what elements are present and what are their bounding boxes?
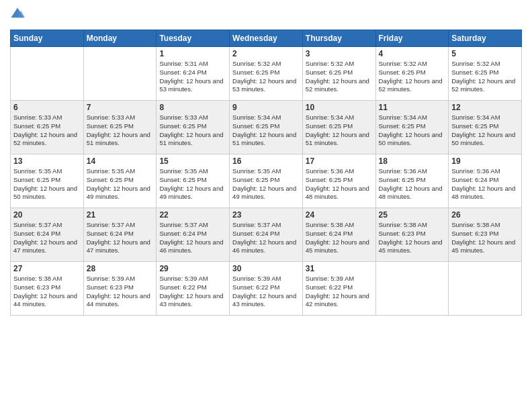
- calendar-cell: 8Sunrise: 5:33 AMSunset: 6:25 PMDaylight…: [157, 101, 230, 154]
- calendar-cell: 24Sunrise: 5:38 AMSunset: 6:24 PMDayligh…: [302, 208, 375, 262]
- calendar-cell: [449, 262, 522, 316]
- day-info: Sunrise: 5:36 AMSunset: 6:24 PMDaylight:…: [451, 167, 519, 201]
- day-info: Sunrise: 5:35 AMSunset: 6:25 PMDaylight:…: [87, 167, 154, 201]
- day-number: 31: [306, 264, 373, 273]
- day-info: Sunrise: 5:38 AMSunset: 6:23 PMDaylight:…: [13, 275, 81, 309]
- day-number: 5: [451, 49, 519, 58]
- day-number: 23: [232, 210, 300, 220]
- calendar-cell: 4Sunrise: 5:32 AMSunset: 6:25 PMDaylight…: [375, 47, 449, 101]
- day-info: Sunrise: 5:31 AMSunset: 6:24 PMDaylight:…: [159, 60, 226, 94]
- logo: [10, 7, 28, 24]
- day-info: Sunrise: 5:32 AMSunset: 6:25 PMDaylight:…: [232, 60, 300, 94]
- calendar-header-row: SundayMondayTuesdayWednesdayThursdayFrid…: [11, 30, 522, 47]
- calendar-cell: 27Sunrise: 5:38 AMSunset: 6:23 PMDayligh…: [11, 262, 84, 316]
- day-info: Sunrise: 5:37 AMSunset: 6:24 PMDaylight:…: [87, 221, 154, 255]
- day-header-wednesday: Wednesday: [230, 30, 303, 47]
- day-number: 3: [306, 49, 373, 58]
- day-number: 6: [13, 103, 81, 112]
- day-number: 1: [159, 49, 226, 58]
- day-number: 13: [13, 156, 81, 166]
- day-info: Sunrise: 5:33 AMSunset: 6:25 PMDaylight:…: [159, 113, 226, 148]
- day-info: Sunrise: 5:37 AMSunset: 6:24 PMDaylight:…: [13, 221, 81, 255]
- calendar-cell: 7Sunrise: 5:33 AMSunset: 6:25 PMDaylight…: [83, 101, 157, 154]
- day-info: Sunrise: 5:33 AMSunset: 6:25 PMDaylight:…: [13, 113, 81, 148]
- day-info: Sunrise: 5:38 AMSunset: 6:23 PMDaylight:…: [451, 221, 519, 255]
- day-number: 17: [306, 156, 373, 166]
- day-header-friday: Friday: [375, 30, 449, 47]
- calendar-cell: 18Sunrise: 5:36 AMSunset: 6:25 PMDayligh…: [375, 154, 449, 208]
- day-info: Sunrise: 5:35 AMSunset: 6:25 PMDaylight:…: [159, 167, 226, 201]
- day-number: 9: [232, 103, 300, 112]
- calendar-cell: 23Sunrise: 5:37 AMSunset: 6:24 PMDayligh…: [230, 208, 303, 262]
- day-number: 30: [232, 264, 300, 273]
- day-info: Sunrise: 5:39 AMSunset: 6:22 PMDaylight:…: [232, 275, 300, 309]
- day-number: 21: [87, 210, 154, 220]
- day-info: Sunrise: 5:34 AMSunset: 6:25 PMDaylight:…: [232, 113, 300, 148]
- calendar-cell: 29Sunrise: 5:39 AMSunset: 6:22 PMDayligh…: [157, 262, 230, 316]
- calendar-week-row: 27Sunrise: 5:38 AMSunset: 6:23 PMDayligh…: [11, 262, 522, 316]
- day-header-sunday: Sunday: [11, 30, 84, 47]
- calendar-week-row: 6Sunrise: 5:33 AMSunset: 6:25 PMDaylight…: [11, 101, 522, 154]
- day-info: Sunrise: 5:36 AMSunset: 6:25 PMDaylight:…: [306, 167, 373, 201]
- day-info: Sunrise: 5:34 AMSunset: 6:25 PMDaylight:…: [379, 113, 446, 148]
- day-number: 28: [87, 264, 154, 273]
- day-number: 24: [306, 210, 373, 220]
- day-number: 7: [87, 103, 154, 112]
- day-header-saturday: Saturday: [449, 30, 522, 47]
- day-info: Sunrise: 5:32 AMSunset: 6:25 PMDaylight:…: [306, 60, 373, 94]
- day-number: 29: [159, 264, 226, 273]
- calendar-cell: 11Sunrise: 5:34 AMSunset: 6:25 PMDayligh…: [375, 101, 449, 154]
- calendar-cell: 21Sunrise: 5:37 AMSunset: 6:24 PMDayligh…: [83, 208, 157, 262]
- day-number: 25: [379, 210, 446, 220]
- day-info: Sunrise: 5:32 AMSunset: 6:25 PMDaylight:…: [379, 60, 446, 94]
- calendar-cell: [83, 47, 157, 101]
- day-number: 12: [451, 103, 519, 112]
- calendar-cell: 5Sunrise: 5:32 AMSunset: 6:25 PMDaylight…: [449, 47, 522, 101]
- calendar-cell: 16Sunrise: 5:35 AMSunset: 6:25 PMDayligh…: [230, 154, 303, 208]
- day-number: 10: [306, 103, 373, 112]
- day-number: 19: [451, 156, 519, 166]
- calendar-cell: 25Sunrise: 5:38 AMSunset: 6:23 PMDayligh…: [375, 208, 449, 262]
- calendar-cell: 9Sunrise: 5:34 AMSunset: 6:25 PMDaylight…: [230, 101, 303, 154]
- calendar-cell: 28Sunrise: 5:39 AMSunset: 6:23 PMDayligh…: [83, 262, 157, 316]
- calendar-cell: 12Sunrise: 5:34 AMSunset: 6:25 PMDayligh…: [449, 101, 522, 154]
- calendar-cell: 13Sunrise: 5:35 AMSunset: 6:25 PMDayligh…: [11, 154, 84, 208]
- calendar-week-row: 20Sunrise: 5:37 AMSunset: 6:24 PMDayligh…: [11, 208, 522, 262]
- day-info: Sunrise: 5:39 AMSunset: 6:23 PMDaylight:…: [87, 275, 154, 309]
- calendar-table: SundayMondayTuesdayWednesdayThursdayFrid…: [10, 30, 522, 316]
- calendar-cell: 3Sunrise: 5:32 AMSunset: 6:25 PMDaylight…: [302, 47, 375, 101]
- day-info: Sunrise: 5:36 AMSunset: 6:25 PMDaylight:…: [379, 167, 446, 201]
- header: [10, 7, 522, 24]
- day-info: Sunrise: 5:37 AMSunset: 6:24 PMDaylight:…: [159, 221, 226, 255]
- logo-graphic: [10, 7, 25, 24]
- day-number: 22: [159, 210, 226, 220]
- calendar-cell: 26Sunrise: 5:38 AMSunset: 6:23 PMDayligh…: [449, 208, 522, 262]
- calendar-cell: [11, 47, 84, 101]
- day-number: 26: [451, 210, 519, 220]
- day-info: Sunrise: 5:34 AMSunset: 6:25 PMDaylight:…: [306, 113, 373, 148]
- day-info: Sunrise: 5:32 AMSunset: 6:25 PMDaylight:…: [451, 60, 519, 94]
- calendar-cell: 30Sunrise: 5:39 AMSunset: 6:22 PMDayligh…: [230, 262, 303, 316]
- day-number: 8: [159, 103, 226, 112]
- calendar-cell: 22Sunrise: 5:37 AMSunset: 6:24 PMDayligh…: [157, 208, 230, 262]
- day-info: Sunrise: 5:35 AMSunset: 6:25 PMDaylight:…: [232, 167, 300, 201]
- day-info: Sunrise: 5:39 AMSunset: 6:22 PMDaylight:…: [306, 275, 373, 309]
- calendar-cell: 19Sunrise: 5:36 AMSunset: 6:24 PMDayligh…: [449, 154, 522, 208]
- day-number: 11: [379, 103, 446, 112]
- day-info: Sunrise: 5:38 AMSunset: 6:24 PMDaylight:…: [306, 221, 373, 255]
- calendar-week-row: 1Sunrise: 5:31 AMSunset: 6:24 PMDaylight…: [11, 47, 522, 101]
- day-number: 20: [13, 210, 81, 220]
- day-header-tuesday: Tuesday: [157, 30, 230, 47]
- calendar-cell: 10Sunrise: 5:34 AMSunset: 6:25 PMDayligh…: [302, 101, 375, 154]
- calendar-cell: 14Sunrise: 5:35 AMSunset: 6:25 PMDayligh…: [83, 154, 157, 208]
- page: SundayMondayTuesdayWednesdayThursdayFrid…: [0, 0, 532, 411]
- day-info: Sunrise: 5:38 AMSunset: 6:23 PMDaylight:…: [379, 221, 446, 255]
- day-info: Sunrise: 5:33 AMSunset: 6:25 PMDaylight:…: [87, 113, 154, 148]
- calendar-week-row: 13Sunrise: 5:35 AMSunset: 6:25 PMDayligh…: [11, 154, 522, 208]
- day-info: Sunrise: 5:34 AMSunset: 6:25 PMDaylight:…: [451, 113, 519, 148]
- day-header-monday: Monday: [83, 30, 157, 47]
- day-info: Sunrise: 5:37 AMSunset: 6:24 PMDaylight:…: [232, 221, 300, 255]
- calendar-cell: 1Sunrise: 5:31 AMSunset: 6:24 PMDaylight…: [157, 47, 230, 101]
- day-number: 16: [232, 156, 300, 166]
- calendar-cell: 17Sunrise: 5:36 AMSunset: 6:25 PMDayligh…: [302, 154, 375, 208]
